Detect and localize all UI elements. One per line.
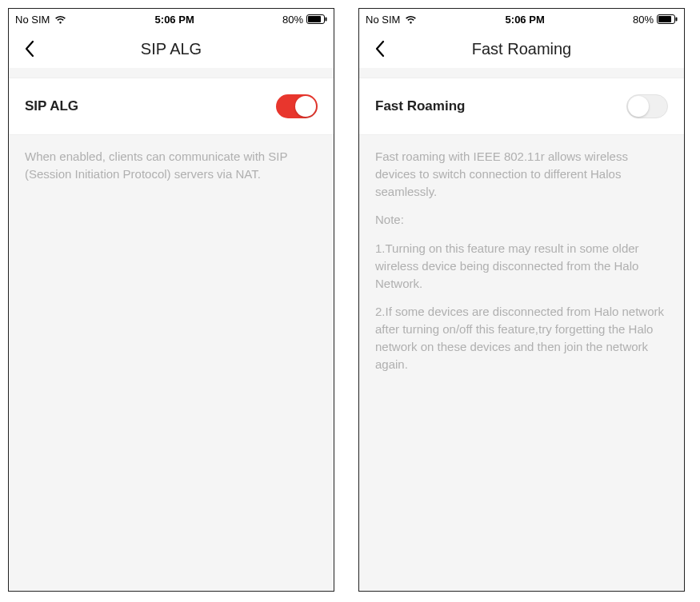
- description-text: When enabled, clients can communicate wi…: [25, 148, 318, 183]
- svg-rect-4: [658, 16, 671, 22]
- sip-alg-toggle[interactable]: [276, 94, 318, 118]
- description-note-1: 1.Turning on this feature may result in …: [375, 240, 668, 292]
- wifi-icon: [405, 15, 417, 24]
- back-button[interactable]: [366, 34, 394, 63]
- battery-percent: 80%: [633, 14, 654, 26]
- status-right: 80%: [282, 14, 327, 26]
- carrier-label: No SIM: [15, 14, 50, 26]
- description-text: Fast roaming with IEEE 802.11r allows wi…: [375, 148, 668, 200]
- carrier-label: No SIM: [366, 14, 400, 26]
- setting-label: SIP ALG: [25, 98, 78, 114]
- fast-roaming-toggle[interactable]: [626, 94, 668, 118]
- setting-label: Fast Roaming: [375, 98, 465, 114]
- chevron-left-icon: [374, 39, 386, 58]
- setting-row-sip-alg: SIP ALG: [9, 78, 334, 135]
- status-bar: No SIM 5:06 PM 80%: [359, 9, 684, 30]
- battery-percent: 80%: [282, 14, 303, 26]
- setting-row-fast-roaming: Fast Roaming: [359, 78, 684, 135]
- back-button[interactable]: [15, 34, 44, 63]
- time-label: 5:06 PM: [155, 14, 194, 26]
- toggle-knob: [628, 96, 649, 117]
- status-right: 80%: [633, 14, 678, 26]
- phone-screen-sip-alg: No SIM 5:06 PM 80% SIP ALG SIP ALG When …: [8, 8, 334, 592]
- toggle-knob: [295, 96, 316, 117]
- wifi-icon: [54, 15, 66, 24]
- status-left: No SIM: [15, 14, 66, 26]
- chevron-left-icon: [23, 39, 36, 58]
- description-note-label: Note:: [375, 211, 668, 229]
- description-area: Fast roaming with IEEE 802.11r allows wi…: [359, 135, 684, 385]
- time-label: 5:06 PM: [506, 14, 545, 26]
- description-area: When enabled, clients can communicate wi…: [9, 135, 334, 196]
- svg-rect-1: [308, 16, 321, 22]
- svg-rect-5: [675, 18, 677, 22]
- svg-rect-2: [325, 18, 326, 22]
- page-title: Fast Roaming: [472, 40, 572, 58]
- page-title: SIP ALG: [141, 40, 202, 58]
- status-left: No SIM: [366, 14, 417, 26]
- battery-icon: [657, 14, 678, 24]
- nav-bar: SIP ALG: [9, 30, 334, 68]
- status-bar: No SIM 5:06 PM 80%: [9, 9, 334, 30]
- phone-screen-fast-roaming: No SIM 5:06 PM 80% Fast Roaming Fast Roa…: [358, 8, 685, 592]
- battery-icon: [306, 14, 327, 24]
- description-note-2: 2.If some devices are disconnected from …: [375, 303, 668, 373]
- nav-bar: Fast Roaming: [359, 30, 684, 68]
